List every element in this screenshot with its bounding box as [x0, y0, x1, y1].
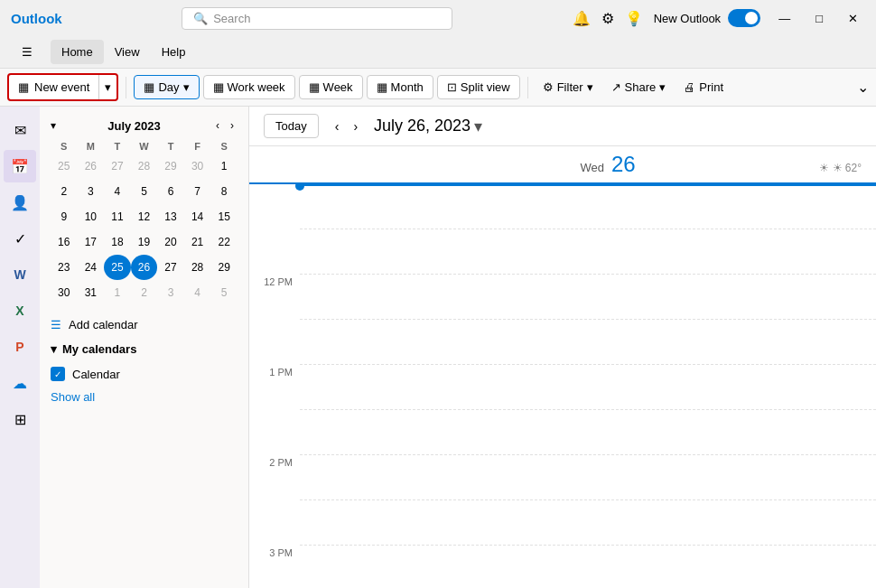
minimize-button[interactable]: — [771, 10, 797, 27]
mini-cal-day[interactable]: 6 [157, 179, 184, 204]
onedrive-nav-button[interactable]: ☁ [4, 367, 36, 399]
mini-cal-day[interactable]: 4 [104, 179, 131, 204]
view-week-button[interactable]: ▦ Week [299, 75, 363, 99]
mini-cal-day[interactable]: 31 [78, 280, 105, 305]
powerpoint-nav-button[interactable]: P [4, 331, 36, 363]
toggle-switch[interactable] [728, 9, 760, 27]
cal-date-text: July 26, 2023 [374, 117, 471, 135]
view-split-button[interactable]: ⊡ Split view [437, 75, 520, 99]
mini-cal-day[interactable]: 29 [157, 154, 184, 179]
mini-cal-day[interactable]: 27 [104, 154, 131, 179]
add-calendar-item[interactable]: ☰ Add calendar [40, 313, 248, 337]
mini-cal-day[interactable]: 25 [104, 255, 131, 280]
settings-icon[interactable]: ⚙ [601, 10, 614, 27]
mini-cal-day[interactable]: 27 [157, 255, 184, 280]
people-nav-button[interactable]: 👤 [4, 186, 36, 219]
mini-cal-day[interactable]: 30 [51, 280, 78, 305]
cal-date-dropdown-icon[interactable]: ▾ [474, 117, 482, 136]
mini-cal-day[interactable]: 16 [51, 229, 78, 255]
mini-cal-day[interactable]: 1 [210, 154, 238, 179]
hour-line[interactable] [300, 229, 876, 275]
hour-line[interactable] [300, 500, 876, 546]
mini-cal-day[interactable]: 17 [78, 229, 105, 255]
mini-cal-day[interactable]: 26 [78, 154, 105, 179]
day-scroll[interactable]: 12 PM1 PM2 PM3 PM4 PM5 PM6 PM7 PM8 PM [249, 184, 876, 588]
hour-line[interactable] [300, 320, 876, 365]
mail-nav-button[interactable]: ✉ [4, 114, 36, 146]
hamburger-menu[interactable]: ☰ [11, 40, 43, 64]
filter-button[interactable]: ⚙ Filter ▾ [536, 76, 601, 98]
hour-line[interactable] [300, 546, 876, 588]
view-day-button[interactable]: ▦ Day ▾ [134, 75, 199, 99]
mini-cal-day[interactable]: 3 [157, 280, 184, 305]
view-work-week-button[interactable]: ▦ Work week [203, 75, 295, 99]
toolbar-separator-2 [527, 77, 528, 98]
mini-cal-day[interactable]: 20 [157, 229, 184, 255]
hour-line[interactable] [300, 410, 876, 455]
mini-cal-day[interactable]: 7 [184, 179, 211, 204]
hour-line[interactable] [300, 275, 876, 320]
close-button[interactable]: ✕ [841, 10, 865, 27]
word-nav-button[interactable]: W [4, 258, 36, 291]
mini-cal-day[interactable]: 19 [131, 229, 158, 255]
mini-cal-day[interactable]: 18 [104, 229, 131, 255]
mini-cal-day[interactable]: 29 [210, 255, 238, 280]
nav-home[interactable]: Home [51, 40, 104, 64]
search-box[interactable]: 🔍 Search [182, 7, 452, 30]
events-column[interactable] [300, 184, 876, 588]
nav-view[interactable]: View [104, 40, 151, 64]
mini-cal-day[interactable]: 2 [51, 179, 78, 204]
hour-line[interactable] [300, 455, 876, 500]
tasks-nav-button[interactable]: ✓ [4, 222, 36, 255]
mini-cal-day[interactable]: 28 [131, 154, 158, 179]
mini-cal-day[interactable]: 25 [51, 154, 78, 179]
mini-cal-day[interactable]: 10 [78, 204, 105, 229]
apps-nav-button[interactable]: ⊞ [4, 403, 36, 435]
mini-cal-day[interactable]: 5 [131, 179, 158, 204]
mini-cal-day[interactable]: 24 [78, 255, 105, 280]
calendar-nav-button[interactable]: 📅 [4, 150, 36, 182]
mini-cal-day[interactable]: 11 [104, 204, 131, 229]
mini-cal-day[interactable]: 28 [184, 255, 211, 280]
mini-cal-day[interactable]: 13 [157, 204, 184, 229]
show-all-link[interactable]: Show all [40, 387, 248, 407]
new-event-button[interactable]: ▦ New event [9, 76, 98, 98]
mini-cal-next[interactable]: › [227, 117, 238, 134]
excel-nav-button[interactable]: X [4, 294, 36, 327]
today-button[interactable]: Today [264, 114, 319, 138]
mini-cal-day[interactable]: 2 [131, 280, 158, 305]
mini-cal-day[interactable]: 3 [78, 179, 105, 204]
mini-cal-day[interactable]: 1 [104, 280, 131, 305]
cal-prev-button[interactable]: ‹ [330, 116, 345, 137]
nav-help[interactable]: Help [151, 40, 197, 64]
mini-cal-day[interactable]: 23 [51, 255, 78, 280]
collapse-mini-cal-icon[interactable]: ▾ [51, 119, 56, 132]
mini-cal-day[interactable]: 30 [184, 154, 211, 179]
mini-cal-day[interactable]: 22 [210, 229, 238, 255]
print-button[interactable]: 🖨 Print [676, 76, 731, 98]
hour-line[interactable] [300, 184, 876, 229]
mini-cal-prev[interactable]: ‹ [212, 117, 223, 134]
maximize-button[interactable]: □ [808, 10, 830, 27]
mini-cal-day[interactable]: 14 [184, 204, 211, 229]
hour-line[interactable] [300, 365, 876, 410]
expand-toolbar-button[interactable]: ⌄ [857, 79, 869, 96]
time-slot [249, 229, 300, 275]
my-calendars-header[interactable]: ▾ My calendars [40, 337, 248, 361]
mini-cal-day[interactable]: 21 [184, 229, 211, 255]
mini-cal-day[interactable]: 26 [131, 255, 158, 280]
new-event-dropdown-button[interactable]: ▾ [98, 75, 116, 99]
mini-cal-day[interactable]: 12 [131, 204, 158, 229]
view-month-button[interactable]: ▦ Month [367, 75, 433, 99]
share-button[interactable]: ↗ Share ▾ [604, 76, 674, 98]
mini-cal-day[interactable]: 5 [210, 280, 238, 305]
help-icon[interactable]: 💡 [625, 10, 643, 27]
mini-cal-day[interactable]: 15 [210, 204, 238, 229]
time-slot: 12 PM [249, 275, 300, 320]
mini-cal-day[interactable]: 8 [210, 179, 238, 204]
mini-cal-day[interactable]: 9 [51, 204, 78, 229]
notify-icon[interactable]: 🔔 [573, 10, 591, 27]
cal-next-button[interactable]: › [348, 116, 363, 137]
calendar-item[interactable]: ✓ Calendar [40, 361, 248, 387]
mini-cal-day[interactable]: 4 [184, 280, 211, 305]
